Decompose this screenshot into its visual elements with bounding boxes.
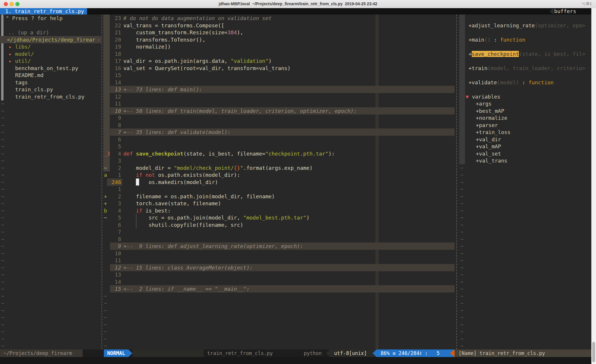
tagbar-tag-val_trans[interactable]: +val_trans [459,157,591,164]
tagbar-tag-args[interactable]: +args [459,100,591,107]
empty-line-tilde: ~ [0,236,4,242]
tree-tilde-row: ~ [0,150,101,157]
code-line[interactable]: 14 [103,79,455,86]
code-line[interactable]: 1 [103,185,455,193]
tree-item-file[interactable]: train_retr_from_cls.py [0,93,101,100]
tree-item-file[interactable]: benchmark_on_test.py [0,65,101,72]
tagbar-tag-parser[interactable]: +parser [459,122,591,129]
code-line[interactable]: 16val_set = QuerySet(root=val_dir, trans… [103,65,455,72]
tree-tilde-row: ~ [0,143,101,150]
empty-line-tilde: ~ [0,158,4,164]
code-line[interactable]: 8 [103,122,455,129]
fold-line[interactable]: 13+-- 73 lines: def main(): [103,86,455,93]
empty-line-tilde: ~ [459,193,464,199]
fold-line[interactable]: 12+-- 15 lines: class AverageMeter(objec… [103,264,455,271]
code-line[interactable]: 22val_trans = transforms.Compose([ [103,22,455,29]
code-line[interactable]: 20 transforms.ToTensor(), [103,36,455,43]
code-line[interactable]: a1 if not os.path.exists(model_dir): [103,171,455,179]
code-line[interactable]: ~5 src = os.path.join(model_dir, "model_… [103,214,455,221]
tag-type: function [528,79,554,85]
code-line[interactable]: ~2 model_dir = "model/check_point/{}".fo… [103,164,455,172]
tagbar-tag-val_set[interactable]: +val_set [459,150,591,157]
macos-scrollbar-thumb[interactable] [592,342,595,362]
code-line[interactable]: 21 custom_transform.Resize(size=384), [103,29,455,36]
tree-item-dir[interactable]: ▸ libs/ [0,43,101,50]
tagbar-tag-main[interactable]: +main() : function [459,36,591,43]
tab-active-buffer[interactable]: 1. train_retr_from_cls.py [0,8,87,15]
window-separator-right[interactable] [456,15,457,349]
editor-tilde-row: ~ [103,342,455,349]
tree-root-item[interactable]: </jdhao/Projects/deep_firear› [0,36,101,43]
empty-line-tilde: ~ [0,286,4,292]
tagbar-tilde-row: ~ [459,250,591,257]
tree-item-file[interactable]: README.md [0,72,101,79]
tagbar-section[interactable]: ▼ variables [459,93,591,100]
tree-item-dir[interactable]: ▸ util/ [0,57,101,65]
empty-line-tilde: ~ [103,307,107,313]
line-number: 3 [107,157,121,164]
fold-line[interactable]: 15+-- 2 lines: if __name__ == "__main__"… [103,285,455,292]
empty-line-tilde: ~ [0,101,4,107]
empty-line-tilde: ~ [459,250,464,256]
tagbar-tag-best_mAP[interactable]: +best_mAP [459,107,591,115]
line-number: 8 [107,122,121,129]
line-number: 10 [107,107,121,115]
code-text: val_dir = os.path.join(args.data, "valid… [123,57,272,65]
code-line[interactable]: 14 [103,278,455,286]
highlighted-tag: save_checkpoint [472,51,519,57]
code-line[interactable]: 3 [103,157,455,164]
code-line[interactable]: 9 [103,114,455,122]
command-line[interactable] [0,357,596,364]
tagbar-tag-val_mAP[interactable]: +val_mAP [459,143,591,150]
window-separator-left[interactable] [102,15,102,349]
empty-line-tilde: ~ [103,314,107,320]
tree-tilde-row: ~ [0,335,101,342]
tree-up-dir[interactable]: .. (up a dir) [0,29,101,36]
code-line[interactable]: 5 [103,143,455,150]
tagbar-pane: +adjust_learning_rate(optimizer, epo>+ma… [459,15,591,349]
code-line[interactable]: 15 [103,72,455,79]
code-line[interactable]: 10 [103,250,455,257]
code-line[interactable]: 8 [103,235,455,243]
empty-line-tilde: ~ [0,143,4,149]
code-line[interactable]: 13 [103,271,455,278]
tagbar-tag-normalize[interactable]: +normalize [459,114,591,122]
fold-line[interactable]: 7+-- 35 lines: def validate(model): [103,129,455,136]
tree-tilde-row: ~ [0,185,101,193]
statusline-git: +8 ~3 -3 master [132,349,204,357]
tree-item-file[interactable]: tags [0,79,101,86]
code-line[interactable]: b4 if is_best: [103,207,455,214]
empty-line-tilde: ~ [459,208,464,214]
tagbar-tag-val_dir[interactable]: +val_dir [459,136,591,143]
code-line[interactable]: +2 filename = os.path.join(model_dir, fi… [103,193,455,200]
code-line[interactable]: _34def save_checkpoint(state, is_best, f… [103,150,455,157]
code-line[interactable]: 11 [103,100,455,107]
empty-line-tilde: ~ [459,336,464,342]
code-line[interactable]: 12 [103,93,455,100]
sign-column-mark: + [104,200,107,207]
code-text: transforms.ToTensor(), [123,36,205,43]
tagbar-tag-save_checkpoint[interactable]: +save_checkpoint(state, is_best, fil> [459,50,591,58]
fold-line[interactable]: 10+-- 50 lines: def train(model, train_l… [103,107,455,115]
tagbar-tag-adjust_learning_rate[interactable]: +adjust_learning_rate(optimizer, epo> [459,22,591,29]
empty-line-tilde: ~ [0,229,4,235]
code-line[interactable]: 6 shutil.copyfile(filename, src) [103,221,455,229]
code-line[interactable]: 6 [103,136,455,143]
tree-item-file[interactable]: train_cls.py [0,86,101,93]
code-line[interactable]: 246 os.makedirs(model_dir) [103,179,455,186]
tagbar-tag-train_loss[interactable]: +train_loss [459,129,591,136]
tree-item-dir[interactable]: ▸ model/ [0,50,101,58]
fold-line[interactable]: 9+-- 9 lines: def adjust_learning_rate(o… [103,242,455,250]
code-line[interactable]: 18 [103,50,455,58]
code-line[interactable]: 17val_dir = os.path.join(args.data, "val… [103,57,455,65]
code-line[interactable]: 19 normalize]) [103,43,455,50]
tagbar-tag-train[interactable]: +train(model, train_loader, criterio> [459,65,591,72]
code-line[interactable]: 23# do not do data augmentation on valid… [103,15,455,22]
code-line[interactable]: +3 torch.save(state, filename) [103,200,455,207]
code-line[interactable]: 7 [103,228,455,235]
empty-line-tilde: ~ [0,279,4,285]
tree-tilde-row: ~ [0,328,101,335]
tagbar-tag-validate[interactable]: +validate(model) : function [459,79,591,86]
tagbar-tilde-row: ~ [459,164,591,172]
code-line[interactable]: 11 [103,257,455,264]
